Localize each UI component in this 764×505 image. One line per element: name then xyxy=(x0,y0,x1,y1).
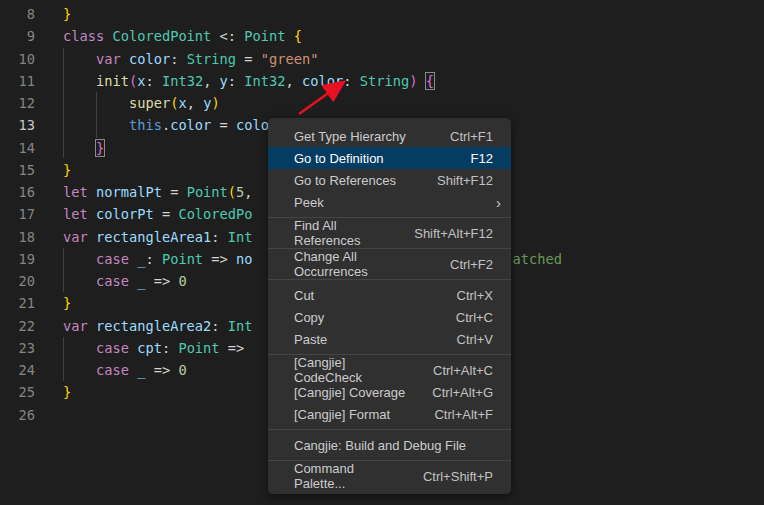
code-token: this xyxy=(63,117,162,133)
menu-item-find-all-references[interactable]: Find All ReferencesShift+Alt+F12 xyxy=(268,222,511,244)
menu-item-cangjie-coverage[interactable]: [Cangjie] CoverageCtrl+Alt+G xyxy=(268,381,511,403)
line-number: 25 xyxy=(0,381,35,403)
code-token: : xyxy=(162,340,178,356)
menu-item-cangjie-codecheck[interactable]: [Cangjie] CodeCheckCtrl+Alt+C xyxy=(268,359,511,381)
menu-item-label: Cut xyxy=(294,288,314,303)
code-token: case xyxy=(63,251,137,267)
code-line[interactable]: 10 var color: String = "green" xyxy=(0,48,764,70)
context-menu: Get Type HierarchyCtrl+F1Go to Definitio… xyxy=(268,118,511,494)
code-token: = xyxy=(211,117,236,133)
code-line[interactable]: 12 super(x, y) xyxy=(0,92,764,114)
menu-item-paste[interactable]: PasteCtrl+V xyxy=(268,328,511,350)
code-token: no xyxy=(236,251,252,267)
code-text: } xyxy=(35,137,104,159)
code-token: => xyxy=(145,273,178,289)
code-token: class xyxy=(63,28,112,44)
menu-item-change-all-occurrences[interactable]: Change All OccurrencesCtrl+F2 xyxy=(268,253,511,275)
menu-item-label: Find All References xyxy=(294,218,390,248)
menu-item-cangjie-format[interactable]: [Cangjie] FormatCtrl+Alt+F xyxy=(268,403,511,425)
menu-item-cangjie-build-and-debug-file[interactable]: Cangjie: Build and Debug File xyxy=(268,434,511,456)
code-token: <: xyxy=(211,28,244,44)
menu-item-label: Cangjie: Build and Debug File xyxy=(294,438,466,453)
code-token: color xyxy=(302,73,343,89)
code-token: init xyxy=(63,73,129,89)
code-token: colorPt xyxy=(96,206,154,222)
indent-guide xyxy=(96,92,97,138)
code-token: ) xyxy=(211,95,219,111)
menu-item-label: [Cangjie] Coverage xyxy=(294,385,405,400)
code-token: Point xyxy=(162,251,203,267)
menu-item-label: Go to References xyxy=(294,173,396,188)
indent-guide xyxy=(63,48,64,158)
code-token: 0 xyxy=(178,273,186,289)
menu-item-label: Copy xyxy=(294,310,324,325)
code-text: } xyxy=(35,292,71,314)
code-token: Point xyxy=(244,28,285,44)
menu-item-command-palette[interactable]: Command Palette...Ctrl+Shift+P xyxy=(268,465,511,487)
menu-item-peek[interactable]: Peek› xyxy=(268,191,511,213)
code-text: this.color = color xyxy=(35,114,277,136)
code-token: var xyxy=(63,318,96,334)
code-token: { xyxy=(426,73,434,89)
code-token: String xyxy=(360,73,409,89)
code-token: normalPt xyxy=(96,184,162,200)
menu-item-get-type-hierarchy[interactable]: Get Type HierarchyCtrl+F1 xyxy=(268,125,511,147)
code-token: var xyxy=(63,51,129,67)
line-number: 22 xyxy=(0,315,35,337)
code-token: } xyxy=(96,140,104,156)
menu-shortcut: Ctrl+F1 xyxy=(450,129,493,144)
line-number: 15 xyxy=(0,159,35,181)
menu-shortcut: Ctrl+F2 xyxy=(450,257,493,272)
code-token: => xyxy=(145,362,178,378)
code-token: = xyxy=(162,184,187,200)
line-number: 12 xyxy=(0,92,35,114)
line-number: 21 xyxy=(0,292,35,314)
line-number: 19 xyxy=(0,248,35,270)
menu-shortcut: Shift+Alt+F12 xyxy=(414,226,493,241)
menu-shortcut: Ctrl+C xyxy=(456,310,493,325)
code-token: super xyxy=(63,95,170,111)
code-token: rectangleArea2 xyxy=(96,318,211,334)
code-token: Int32 xyxy=(162,73,203,89)
code-text: let normalPt = Point(5, xyxy=(35,181,253,203)
code-token: color xyxy=(129,51,170,67)
code-token: Int xyxy=(228,318,253,334)
code-token: var xyxy=(63,229,96,245)
code-text: var color: String = "green" xyxy=(35,48,319,70)
code-line[interactable]: 11 init(x: Int32, y: Int32, color: Strin… xyxy=(0,70,764,92)
vscode-editor-screen: { "palette": { "editor_bg": "#1e1e1e", "… xyxy=(0,0,764,505)
line-number: 11 xyxy=(0,70,35,92)
code-token: rectangleArea1 xyxy=(96,229,211,245)
line-number: 23 xyxy=(0,337,35,359)
code-text: let colorPt = ColoredPo xyxy=(35,203,253,225)
menu-shortcut: Ctrl+X xyxy=(457,288,493,303)
menu-item-go-to-definition[interactable]: Go to DefinitionF12 xyxy=(268,147,511,169)
code-token: : xyxy=(211,318,227,334)
line-number: 26 xyxy=(0,404,35,426)
menu-item-go-to-references[interactable]: Go to ReferencesShift+F12 xyxy=(268,169,511,191)
menu-item-label: [Cangjie] CodeCheck xyxy=(294,355,409,385)
line-number: 17 xyxy=(0,203,35,225)
menu-item-label: Change All Occurrences xyxy=(294,249,426,279)
code-text: class ColoredPoint <: Point { xyxy=(35,25,302,47)
indent-guide xyxy=(63,337,64,381)
menu-item-label: Go to Definition xyxy=(294,151,384,166)
menu-item-label: Command Palette... xyxy=(294,461,399,491)
code-token: x xyxy=(178,95,186,111)
menu-item-copy[interactable]: CopyCtrl+C xyxy=(268,306,511,328)
menu-item-cut[interactable]: CutCtrl+X xyxy=(268,284,511,306)
code-line[interactable]: 8} xyxy=(0,3,764,25)
menu-shortcut: Shift+F12 xyxy=(437,173,493,188)
menu-separator xyxy=(268,279,511,280)
code-token: atched xyxy=(513,251,562,267)
line-number: 10 xyxy=(0,48,35,70)
code-token: } xyxy=(63,295,71,311)
menu-shortcut: Ctrl+Alt+F xyxy=(434,407,493,422)
code-token: : xyxy=(228,73,244,89)
code-token: case xyxy=(63,273,137,289)
code-line[interactable]: 9class ColoredPoint <: Point { xyxy=(0,25,764,47)
line-number: 13 xyxy=(0,114,35,136)
code-token: Int xyxy=(228,229,253,245)
code-token: Int32 xyxy=(244,73,285,89)
menu-shortcut: Ctrl+Alt+G xyxy=(432,385,493,400)
